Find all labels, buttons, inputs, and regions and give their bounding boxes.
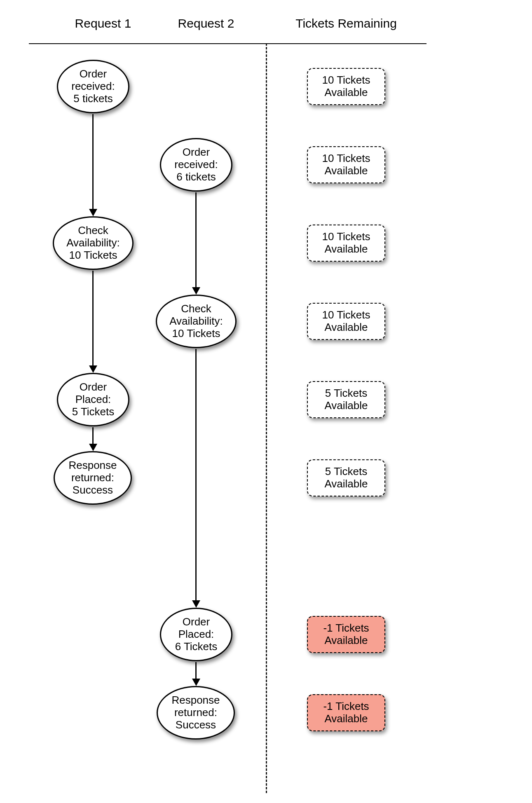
arrow <box>195 192 197 287</box>
state-box: 10 Tickets Available <box>307 303 385 340</box>
arrowhead-icon <box>192 287 200 295</box>
column-divider <box>266 43 267 793</box>
arrowhead-icon <box>89 365 97 373</box>
arrowhead-icon <box>192 679 200 686</box>
arrow <box>195 349 197 600</box>
state-box: 10 Tickets Available <box>307 146 385 183</box>
state-box: 10 Tickets Available <box>307 225 385 262</box>
state-box-error: -1 Tickets Available <box>307 694 385 731</box>
arrowhead-icon <box>192 600 200 608</box>
state-box-error: -1 Tickets Available <box>307 616 385 653</box>
req1-node-order-placed: Order Placed: 5 Tickets <box>57 373 129 426</box>
arrowhead-icon <box>89 209 97 216</box>
column-header-request1: Request 1 <box>49 16 157 30</box>
req2-node-order-received: Order received: 6 tickets <box>160 138 232 192</box>
arrow <box>92 114 94 209</box>
column-header-request2: Request 2 <box>152 16 260 30</box>
state-box: 10 Tickets Available <box>307 68 385 105</box>
req2-node-response-success: Response returned: Success <box>157 686 235 740</box>
arrow <box>195 662 197 679</box>
arrowhead-icon <box>89 444 97 451</box>
req1-node-order-received: Order received: 5 tickets <box>57 60 129 113</box>
req1-node-check-availability: Check Availability: 10 Tickets <box>53 216 134 270</box>
header-rule <box>29 43 427 44</box>
req2-node-order-placed: Order Placed: 6 Tickets <box>160 608 232 661</box>
req1-node-response-success: Response returned: Success <box>54 451 132 505</box>
column-header-remaining: Tickets Remaining <box>272 16 420 30</box>
arrow <box>92 427 94 444</box>
req2-node-check-availability: Check Availability: 10 Tickets <box>156 295 237 348</box>
state-box: 5 Tickets Available <box>307 381 385 418</box>
arrow <box>92 271 94 365</box>
diagram-root: Request 1 Request 2 Tickets Remaining Or… <box>0 0 532 803</box>
state-box: 5 Tickets Available <box>307 459 385 496</box>
